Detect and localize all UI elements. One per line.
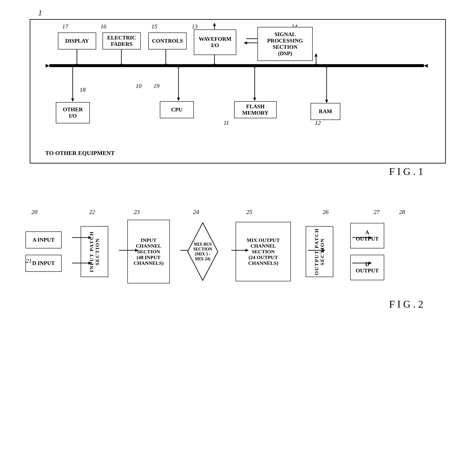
ref-19: 19	[154, 83, 159, 89]
block-display: DISPLAY	[58, 33, 96, 50]
ref-24: 24	[193, 209, 199, 215]
svg-marker-13	[213, 23, 216, 26]
block-output-patch: OUTPUT PATCH SECTION	[306, 226, 333, 277]
block-cpu: CPU	[160, 101, 194, 118]
ref-21: 21	[26, 257, 32, 264]
ref-28: 28	[399, 209, 405, 215]
svg-marker-18	[244, 41, 247, 44]
page: 1	[13, 8, 440, 310]
output-group: AOUTPUT DOUTPUT	[350, 223, 384, 280]
svg-marker-20	[315, 53, 318, 57]
ref-10: 10	[136, 83, 142, 89]
ref-27: 27	[374, 209, 380, 215]
ref-20: 20	[31, 209, 37, 215]
ref-15: 15	[151, 23, 157, 30]
block-a-input: A INPUT	[25, 231, 62, 249]
block-mix-bus: MIX BUSSECTION(MIX 1 -MIX 24)	[187, 222, 219, 281]
block-signal-processing: SIGNALPROCESSINGSECTION(DSP)	[257, 27, 313, 61]
input-group: A INPUT D INPUT	[25, 231, 62, 272]
svg-marker-11	[164, 64, 167, 67]
fig1-container: 1	[13, 8, 440, 177]
ref-13: 13	[192, 23, 198, 30]
fig2-caption: F I G . 2	[13, 298, 423, 310]
ref-23: 23	[134, 209, 140, 215]
block-d-output: DOUTPUT	[350, 255, 384, 280]
svg-marker-5	[75, 64, 78, 67]
block-waveform-io: WAVEFORMI/O	[194, 29, 236, 55]
fig1-outer-box: 17 16 15 13 14 DISPLAY ELECTRICFADERS CO…	[30, 19, 446, 163]
svg-marker-21	[315, 64, 318, 67]
fig2-main-row: A INPUT D INPUT INPUT PATCH SECTION INPU…	[25, 220, 429, 284]
svg-marker-32	[325, 100, 328, 103]
fig2-container: 20 22 23 24 25 26 27 28 21 A INPUT D INP…	[13, 194, 440, 310]
svg-marker-29	[253, 98, 256, 101]
svg-marker-26	[177, 98, 180, 101]
block-input-patch: INPUT PATCH SECTION	[81, 226, 108, 277]
svg-marker-8	[120, 64, 123, 67]
svg-marker-25	[177, 64, 180, 67]
fig1-system-ref: 1	[38, 8, 42, 17]
svg-marker-14	[213, 64, 216, 67]
block-mix-output: MIX OUTPUTCHANNELSECTION(24 OUTPUTCHANNE…	[236, 222, 291, 281]
svg-marker-2	[424, 64, 428, 68]
block-electric-faders: ELECTRICFADERS	[103, 33, 141, 50]
to-other-equipment: TO OTHER EQUIPMENT	[45, 150, 115, 156]
ref-12: 12	[315, 120, 321, 126]
ref-25: 25	[246, 209, 252, 215]
ref-17: 17	[62, 23, 68, 30]
fig2-diagram: 20 22 23 24 25 26 27 28 21 A INPUT D INP…	[13, 194, 442, 296]
ref-26: 26	[323, 209, 329, 215]
ref-22: 22	[89, 209, 95, 215]
ref-18: 18	[80, 86, 85, 93]
block-other-io: OTHERI/O	[56, 102, 90, 123]
block-controls: CONTROLS	[148, 33, 187, 50]
block-input-channel: INPUTCHANNELSECTION(48 INPUTCHANNELS)	[127, 220, 170, 284]
block-ram: RAM	[311, 103, 340, 120]
ref-16: 16	[100, 23, 106, 30]
block-flash-memory: FLASHMEMORY	[234, 101, 276, 118]
svg-marker-23	[71, 99, 74, 102]
svg-marker-28	[253, 64, 256, 67]
ref-11: 11	[224, 120, 229, 126]
svg-marker-1	[46, 64, 50, 68]
mix-bus-label: MIX BUSSECTION(MIX 1 -MIX 24)	[191, 242, 214, 261]
svg-marker-31	[325, 64, 328, 67]
fig1-caption: F I G . 1	[13, 166, 423, 177]
block-a-output: AOUTPUT	[350, 223, 384, 249]
